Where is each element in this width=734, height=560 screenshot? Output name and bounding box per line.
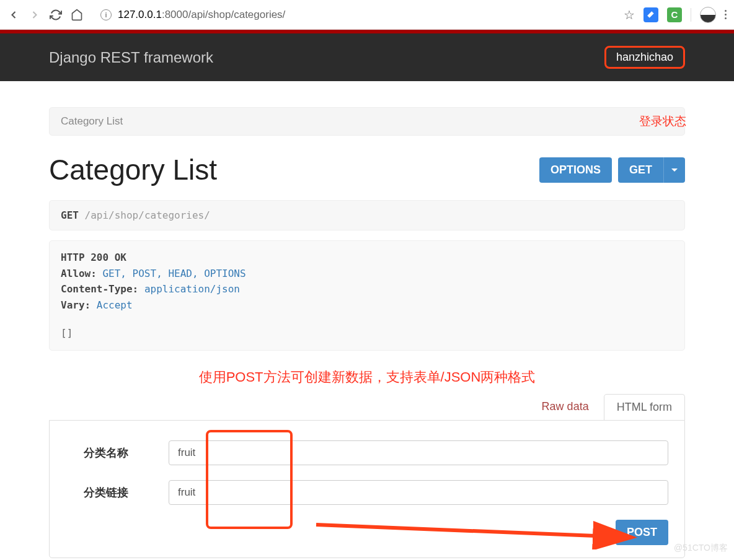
header-ctype-key: Content-Type:: [61, 283, 138, 295]
chevron-down-icon: [671, 168, 678, 172]
form-panel: 分类名称 分类链接 POST: [49, 420, 685, 558]
annotation-login-status: 登录状态: [639, 113, 686, 129]
header-allow-key: Allow:: [61, 268, 97, 279]
field-input-link[interactable]: [169, 480, 668, 505]
reload-button[interactable]: [50, 9, 62, 21]
header-vary-key: Vary:: [61, 299, 91, 311]
tab-html-form[interactable]: HTML form: [604, 394, 685, 420]
breadcrumb-link[interactable]: Category List: [61, 115, 123, 127]
header-allow-value: GET, POST, HEAD, OPTIONS: [102, 268, 245, 279]
page-title: Category List: [49, 153, 217, 186]
address-bar[interactable]: i 127.0.0.1:8000/api/shop/categories/: [93, 5, 614, 25]
profile-avatar[interactable]: [700, 7, 716, 23]
site-info-icon[interactable]: i: [100, 9, 112, 20]
browser-menu-icon[interactable]: [725, 10, 727, 19]
request-method: GET: [61, 209, 79, 221]
options-button[interactable]: OPTIONS: [539, 157, 612, 183]
tab-raw-data[interactable]: Raw data: [529, 394, 601, 420]
field-label-link: 分类链接: [66, 485, 146, 500]
separator: [691, 8, 691, 22]
back-button[interactable]: [7, 9, 20, 21]
response-body: []: [61, 325, 673, 341]
header-vary-value: Accept: [97, 299, 133, 311]
username-display[interactable]: hanzhichao: [604, 46, 685, 69]
browser-toolbar: i 127.0.0.1:8000/api/shop/categories/ ☆ …: [0, 0, 734, 30]
get-dropdown-toggle[interactable]: [663, 157, 685, 183]
header-ctype-value: application/json: [144, 283, 240, 295]
get-button[interactable]: GET: [618, 157, 663, 183]
response-box: HTTP 200 OK Allow: GET, POST, HEAD, OPTI…: [49, 240, 685, 351]
app-header: Django REST framework hanzhichao: [0, 33, 734, 81]
extension-icon-1[interactable]: [643, 7, 658, 22]
url-text: 127.0.0.1:8000/api/shop/categories/: [118, 9, 285, 21]
bookmark-star-icon[interactable]: ☆: [624, 7, 635, 22]
request-path: /api/shop/categories/: [85, 209, 210, 221]
annotation-post-hint: 使用POST方法可创建新数据，支持表单/JSON两种格式: [49, 368, 685, 387]
breadcrumb: Category List: [49, 107, 685, 136]
brand-title[interactable]: Django REST framework: [49, 49, 213, 66]
response-status: HTTP 200 OK: [61, 250, 673, 266]
request-box: GET /api/shop/categories/: [49, 200, 685, 230]
field-label-name: 分类名称: [66, 445, 146, 460]
form-tabs: Raw data HTML form: [49, 394, 685, 420]
post-submit-button[interactable]: POST: [616, 520, 668, 545]
extension-icon-2[interactable]: C: [667, 7, 682, 22]
watermark: @51CTO博客: [674, 543, 728, 554]
home-button[interactable]: [71, 9, 83, 21]
field-input-name[interactable]: [169, 440, 668, 465]
forward-button[interactable]: [29, 9, 41, 21]
